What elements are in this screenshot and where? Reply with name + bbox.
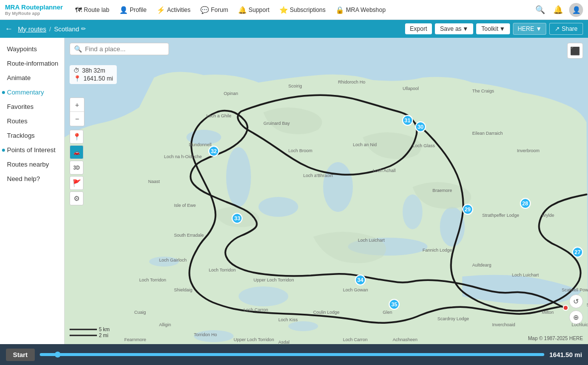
- svg-point-9: [288, 321, 318, 331]
- sidebar-commentary-label: Commentary: [7, 89, 44, 96]
- waypoint-31[interactable]: 31: [402, 115, 413, 126]
- share-label: Share: [562, 25, 578, 32]
- sidebar-item-waypoints[interactable]: Waypoints: [0, 42, 64, 56]
- share-button[interactable]: ↗ Share: [549, 23, 583, 35]
- progress-handle[interactable]: [55, 352, 61, 358]
- nav-support[interactable]: 🔔 Support: [234, 4, 273, 16]
- waypoint-29[interactable]: 29: [462, 204, 473, 215]
- map-area[interactable]: Scoirig Rhidoroch Ho Ullapool The Craigs…: [65, 38, 588, 344]
- sidebar-routes-label: Routes: [7, 117, 27, 125]
- user-avatar[interactable]: 👤: [569, 3, 583, 17]
- save-as-arrow: ▼: [463, 25, 469, 32]
- save-as-button[interactable]: Save as ▼: [435, 23, 473, 34]
- here-label: HERE: [517, 25, 534, 32]
- save-as-label: Save as: [440, 25, 461, 32]
- waypoint-27[interactable]: 27: [572, 247, 583, 258]
- route-info: ⏱ 38h 32m 📍 1641.50 mi: [70, 65, 117, 84]
- svg-text:Loch Broom: Loch Broom: [288, 148, 313, 153]
- svg-text:Shieldaig: Shieldaig: [174, 287, 192, 292]
- waypoint-33[interactable]: 33: [232, 213, 243, 224]
- layer-toggle-button[interactable]: ⬛: [567, 43, 583, 59]
- layers-icon: ⬛: [570, 46, 580, 56]
- map-search-box: 🔍: [70, 43, 169, 55]
- current-route-label: Scotland: [54, 25, 80, 33]
- waypoint-35[interactable]: 35: [389, 299, 400, 310]
- svg-text:Aultdearg: Aultdearg: [472, 263, 492, 268]
- sidebar-item-animate[interactable]: Animate: [0, 71, 64, 85]
- waypoint-30[interactable]: 30: [415, 121, 426, 132]
- svg-text:Loch a Ghile: Loch a Ghile: [206, 113, 232, 118]
- svg-text:The Craigs: The Craigs: [472, 89, 495, 93]
- route-progress-bar[interactable]: [40, 353, 545, 356]
- back-button[interactable]: ←: [5, 24, 13, 33]
- svg-text:Wylde: Wylde: [542, 213, 554, 218]
- sidebar-item-commentary[interactable]: Commentary: [0, 85, 64, 99]
- scale-km: 5 km: [99, 327, 110, 332]
- flag-button[interactable]: 🚩: [70, 176, 84, 190]
- sidebar-item-points-of-interest[interactable]: Points of Interest: [0, 143, 64, 157]
- sidebar-tracklogs-label: Tracklogs: [7, 132, 35, 139]
- svg-point-11: [403, 194, 422, 229]
- waypoint-34[interactable]: 34: [355, 274, 366, 285]
- sidebar-item-route-information[interactable]: Route-information: [0, 56, 64, 71]
- route-lab-icon: 🗺: [75, 6, 82, 14]
- edit-route-name-button[interactable]: ✏: [81, 25, 86, 32]
- start-button[interactable]: Start: [6, 349, 35, 361]
- svg-text:Scatwell Power Station: Scatwell Power Station: [562, 287, 588, 292]
- nav-support-label: Support: [249, 6, 269, 13]
- svg-text:Loch Luichart: Loch Luichart: [358, 238, 385, 243]
- app-name-mra: MRA: [5, 3, 19, 11]
- svg-text:Cuaig: Cuaig: [134, 310, 146, 315]
- waypoint-32[interactable]: 32: [208, 146, 219, 157]
- svg-point-2: [226, 147, 251, 207]
- nav-route-lab[interactable]: 🗺 Route lab: [71, 4, 113, 16]
- nav-subscriptions[interactable]: ⭐ Subscriptions: [275, 4, 330, 16]
- activities-icon: ⚡: [157, 6, 165, 14]
- route-mode-button[interactable]: 🚗: [70, 145, 84, 159]
- svg-text:Loch Gairloch: Loch Gairloch: [159, 258, 187, 263]
- svg-text:Loch Glass: Loch Glass: [413, 143, 435, 148]
- zoom-out-button[interactable]: −: [70, 112, 84, 126]
- sidebar-item-favorites[interactable]: Favorites: [0, 99, 64, 114]
- compass-button[interactable]: ⚙: [70, 191, 84, 205]
- waypoint-28[interactable]: 28: [520, 198, 531, 209]
- svg-text:Eilean Darraich: Eilean Darraich: [472, 131, 503, 136]
- nav-webshop[interactable]: 🔒 MRA Webshop: [332, 4, 390, 16]
- svg-text:Inverbroom: Inverbroom: [517, 148, 540, 153]
- sidebar-item-need-help[interactable]: Need help?: [0, 172, 64, 186]
- svg-text:Asdal: Asdal: [278, 340, 290, 344]
- location-button[interactable]: 📍: [70, 130, 84, 144]
- notifications-button[interactable]: 🔔: [551, 3, 565, 17]
- svg-text:Rhidoroch Ho: Rhidoroch Ho: [338, 80, 365, 85]
- recenter-button[interactable]: ↺: [569, 294, 583, 308]
- sidebar-item-tracklogs[interactable]: Tracklogs: [0, 128, 64, 143]
- sidebar-item-routes-nearby[interactable]: Routes nearby: [0, 157, 64, 172]
- toolkit-arrow: ▼: [500, 25, 505, 32]
- svg-text:Loch Gowan: Loch Gowan: [343, 287, 368, 292]
- nav-profile[interactable]: 👤 Profile: [115, 4, 151, 16]
- time-icon: ⏱: [74, 67, 80, 74]
- svg-text:Loch Torridon: Loch Torridon: [209, 268, 236, 273]
- my-routes-link[interactable]: My routes: [18, 25, 46, 33]
- export-button[interactable]: Export: [405, 23, 432, 34]
- map-search-input[interactable]: [85, 45, 165, 53]
- here-button[interactable]: HERE ▼: [513, 23, 546, 35]
- threed-button[interactable]: 3D: [70, 161, 84, 175]
- toolkit-button[interactable]: Toolkit ▼: [476, 23, 510, 34]
- poi-indicator: [2, 149, 5, 152]
- here-arrow: ▼: [536, 25, 542, 32]
- distance-icon: 📍: [74, 75, 81, 82]
- svg-text:Loch Carron: Loch Carron: [343, 337, 368, 342]
- svg-text:Braemore: Braemore: [432, 188, 452, 193]
- svg-text:Upper Loch Torridon: Upper Loch Torridon: [253, 277, 294, 282]
- svg-text:Scoirig: Scoirig: [288, 84, 302, 89]
- sidebar-item-routes[interactable]: Routes: [0, 114, 64, 128]
- zoom-reset-button[interactable]: ⊕: [569, 310, 583, 324]
- nav-forum[interactable]: 💬 Forum: [196, 4, 232, 16]
- toolkit-label: Toolkit: [481, 25, 498, 32]
- svg-text:South Erradale: South Erradale: [174, 233, 204, 238]
- zoom-in-button[interactable]: +: [70, 98, 84, 112]
- search-button[interactable]: 🔍: [533, 3, 547, 17]
- nav-activities[interactable]: ⚡ Activities: [153, 4, 194, 16]
- main-content: Waypoints Route-information Animate Comm…: [0, 38, 588, 344]
